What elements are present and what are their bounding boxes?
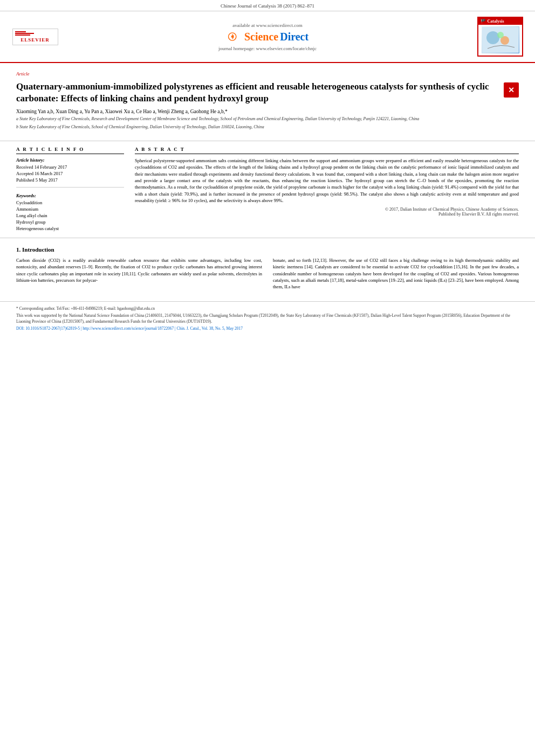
footer-doi: DOI: 10.1016/S1872-2067(17)62819-5 | htt… [16,326,519,331]
svg-point-5 [497,32,504,38]
article-info-header: A R T I C L E I N F O [16,147,124,154]
keyword-2: Ammonium [16,206,124,212]
sciencedirect-center: available at www.sciencedirect.com Scien… [65,23,470,51]
info-divider [16,187,124,188]
journal-url: journal homepage: www.elsevier.com/locat… [65,46,470,51]
catalysis-cover-svg [482,27,519,53]
journal-header-bar: Chinese Journal of Catalysis 38 (2017) 8… [0,0,535,11]
article-title: Quaternary-ammonium-immobilized polystyr… [16,81,498,105]
article-section: Article Quaternary-ammonium-immobilized … [0,63,535,135]
catalysis-badge-area: 🏴 Catalysis [476,17,524,57]
article-history: Article history: Received 14 February 20… [16,157,124,183]
article-info-col: A R T I C L E I N F O Article history: R… [16,147,124,232]
catalysis-flag-icon: 🏴 [481,19,486,24]
keywords-label: Keywords: [16,193,124,198]
journal-title: Chinese Journal of Catalysis 38 (2017) 8… [221,3,314,9]
main-content: 1. Introduction Carbon dioxide (CO2) is … [0,238,535,296]
elsevier-logo-area: ELSEVIER [11,29,59,45]
intro-col2-text: bonate, and so forth [12,13]. However, t… [273,257,519,290]
journal-header-section: ELSEVIER available at www.sciencedirect.… [0,11,535,63]
keyword-4: Hydroxyl group [16,219,124,225]
section-divider [0,141,535,141]
catalysis-label: Catalysis [488,19,504,24]
footer-funding: This work was supported by the National … [16,313,519,324]
available-text: available at www.sciencedirect.com [65,23,470,28]
svg-point-1 [231,36,233,38]
article-section-label: Article [16,71,519,77]
affiliation-a: a State Key Laboratory of Fine Chemicals… [16,116,519,122]
abstract-header: A B S T R A C T [135,147,519,154]
authors: Xiaoming Yan a,b, Xuan Ding a, Yu Pan a,… [16,109,519,114]
catalysis-cover-image [482,26,519,53]
elsevier-logo-graphic [15,31,56,36]
abstract-copyright: © 2017, Dalian Institute of Chemical Phy… [135,207,519,217]
sciencedirect-icon [227,31,243,42]
received-date: Received 14 February 2017 [16,164,124,170]
elsevier-text: ELSEVIER [15,37,56,43]
keyword-3: Long alkyl chain [16,213,124,218]
sciencedirect-logo: ScienceDirect [65,31,470,43]
catalysis-badge: 🏴 Catalysis [477,17,523,57]
intro-col1: Carbon dioxide (CO2) is a readily availa… [16,257,262,290]
copyright-line1: © 2017, Dalian Institute of Chemical Phy… [385,207,519,212]
article-info-abstract: A R T I C L E I N F O Article history: R… [0,147,535,232]
abstract-text: Spherical polystyrene-supported ammonium… [135,157,519,204]
keyword-1: Cycloaddition [16,200,124,205]
crossmark-badge: ✕ [504,82,519,98]
page-wrapper: Chinese Journal of Catalysis 38 (2017) 8… [0,0,535,756]
accepted-date: Accepted 16 March 2017 [16,171,124,176]
elsevier-box: ELSEVIER [12,29,58,45]
affiliation-b: b State Key Laboratory of Fine Chemicals… [16,124,519,130]
keywords-section: Keywords: Cycloaddition Ammonium Long al… [16,193,124,231]
keyword-5: Heterogeneous catalyst [16,226,124,231]
copyright-line2: Published by Elsevier B.V. All rights re… [438,212,519,217]
article-title-row: Quaternary-ammonium-immobilized polystyr… [16,81,519,105]
svg-point-3 [486,31,499,44]
abstract-col: A B S T R A C T Spherical polystyrene-su… [135,147,519,232]
catalysis-badge-header: 🏴 Catalysis [478,18,522,25]
intro-title: 1. Introduction [16,246,519,253]
main-two-col: Carbon dioxide (CO2) is a readily availa… [16,257,519,290]
intro-col2: bonate, and so forth [12,13]. However, t… [273,257,519,290]
footer-corresponding: * Corresponding author. Tel/Fax: +86-411… [16,306,519,312]
history-label: Article history: [16,157,124,163]
intro-col1-text: Carbon dioxide (CO2) is a readily availa… [16,257,262,283]
footer-section: * Corresponding author. Tel/Fax: +86-411… [0,301,535,334]
published-date: Published 5 May 2017 [16,177,124,183]
